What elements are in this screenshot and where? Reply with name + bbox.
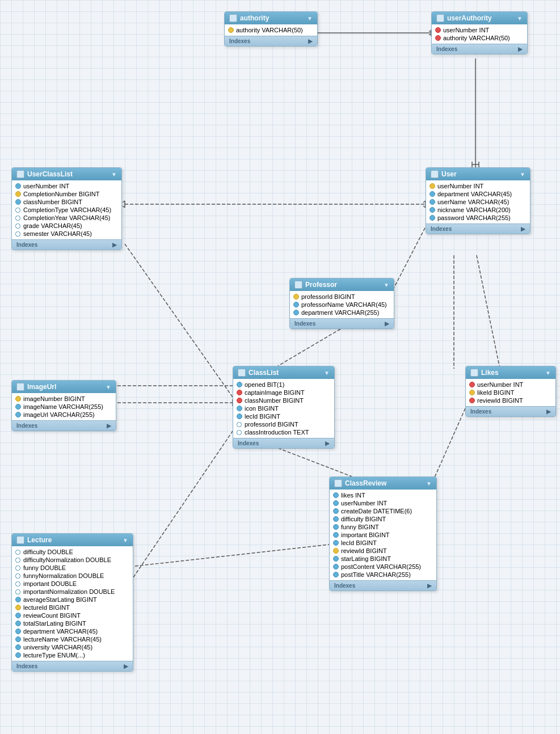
regular-icon bbox=[15, 412, 21, 417]
indexes-label: Indexes bbox=[16, 423, 37, 429]
diamond-icon bbox=[14, 556, 22, 564]
indexes-chevron: ▶ bbox=[112, 242, 117, 248]
table-row: postContent VARCHAR(255) bbox=[330, 563, 436, 571]
table-header-authority: authority ▼ bbox=[225, 12, 317, 24]
regular-icon bbox=[15, 628, 21, 634]
regular-icon bbox=[333, 564, 339, 570]
fk-icon bbox=[469, 382, 475, 387]
table-icon-lecture bbox=[16, 536, 24, 544]
table-title-class-review: ClassReview bbox=[345, 479, 426, 487]
table-user-authority: userAuthority ▼ userNumber INT authority… bbox=[431, 11, 528, 54]
table-title-lecture: Lecture bbox=[27, 536, 123, 544]
fk-icon bbox=[469, 398, 475, 403]
svg-line-17 bbox=[477, 255, 499, 366]
field-text: likeId BIGINT bbox=[477, 389, 514, 396]
table-row: CompletionNumber BIGINT bbox=[12, 190, 121, 198]
table-indexes-class-review[interactable]: Indexes ▶ bbox=[330, 580, 436, 590]
table-body-lecture: difficulty DOUBLE difficultyNormalizatio… bbox=[12, 546, 133, 661]
table-header-user-authority: userAuthority ▼ bbox=[432, 12, 527, 24]
table-likes: Likes ▼ userNumber INT likeId BIGINT rev… bbox=[465, 366, 556, 417]
chevron-icon-user-class-list[interactable]: ▼ bbox=[111, 171, 117, 178]
table-icon-image-url bbox=[16, 383, 24, 391]
table-body-class-list: opened BIT(1) captainImage BIGINT classN… bbox=[233, 379, 334, 438]
table-row: totalStarLating BIGINT bbox=[12, 619, 133, 627]
table-row: userName VARCHAR(45) bbox=[426, 198, 530, 206]
table-header-class-list: ClassList ▼ bbox=[233, 366, 334, 379]
table-indexes-user-authority[interactable]: Indexes ▶ bbox=[432, 44, 527, 54]
chevron-icon-user[interactable]: ▼ bbox=[520, 171, 525, 178]
table-row: university VARCHAR(45) bbox=[12, 643, 133, 651]
field-text: reviewCount BIGINT bbox=[23, 612, 81, 619]
diamond-icon bbox=[235, 421, 243, 428]
table-row: lectureType ENUM(...) bbox=[12, 651, 133, 659]
table-indexes-user[interactable]: Indexes ▶ bbox=[426, 223, 530, 234]
table-icon-user-class-list bbox=[16, 170, 24, 178]
table-row: nickname VARCHAR(200) bbox=[426, 206, 530, 214]
field-text: semester VARCHAR(45) bbox=[23, 230, 92, 237]
field-text: authority VARCHAR(50) bbox=[236, 27, 303, 33]
regular-icon bbox=[430, 199, 435, 205]
chevron-icon-lecture[interactable]: ▼ bbox=[123, 537, 128, 543]
table-row: userNumber INT bbox=[466, 381, 555, 389]
table-row: department VARCHAR(45) bbox=[12, 627, 133, 635]
svg-line-26 bbox=[125, 545, 329, 567]
regular-icon bbox=[237, 406, 242, 411]
table-class-review: ClassReview ▼ likes INT userNumber INT c… bbox=[329, 476, 437, 591]
table-indexes-class-list[interactable]: Indexes ▶ bbox=[233, 438, 334, 448]
regular-icon bbox=[237, 382, 242, 387]
table-indexes-image-url[interactable]: Indexes ▶ bbox=[12, 420, 116, 431]
table-row: userNumber INT bbox=[12, 182, 121, 190]
chevron-icon-user-authority[interactable]: ▼ bbox=[517, 15, 523, 22]
table-indexes-lecture[interactable]: Indexes ▶ bbox=[12, 661, 133, 671]
regular-icon bbox=[333, 508, 339, 514]
diamond-icon bbox=[14, 214, 22, 222]
field-text: averageStarLating BIGINT bbox=[23, 596, 97, 603]
table-icon-user bbox=[431, 170, 439, 178]
diamond-icon bbox=[14, 206, 22, 214]
field-text: classIntroduction TEXT bbox=[245, 429, 309, 436]
table-row: reviewId BIGINT bbox=[466, 396, 555, 404]
table-body-user-authority: userNumber INT authority VARCHAR(50) bbox=[432, 24, 527, 44]
field-text: postContent VARCHAR(255) bbox=[341, 563, 421, 570]
table-row: CompletionType VARCHAR(45) bbox=[12, 206, 121, 214]
chevron-icon-class-list[interactable]: ▼ bbox=[324, 370, 330, 376]
table-indexes-likes[interactable]: Indexes ▶ bbox=[466, 406, 555, 416]
table-row: CompletionYear VARCHAR(45) bbox=[12, 214, 121, 222]
pk-icon bbox=[228, 27, 234, 33]
table-user-class-list: UserClassList ▼ userNumber INT Completio… bbox=[11, 167, 122, 250]
table-icon-class-list bbox=[238, 369, 246, 377]
table-header-user: User ▼ bbox=[426, 168, 530, 180]
table-title-user-authority: userAuthority bbox=[447, 14, 517, 22]
table-row: imageUrl VARCHAR(255) bbox=[12, 411, 116, 419]
table-row: averageStarLating BIGINT bbox=[12, 596, 133, 604]
table-title-user-class-list: UserClassList bbox=[27, 170, 111, 178]
table-lecture: Lecture ▼ difficulty DOUBLE difficultyNo… bbox=[11, 533, 133, 672]
table-indexes-professor[interactable]: Indexes ▶ bbox=[290, 318, 394, 328]
chevron-icon-class-review[interactable]: ▼ bbox=[426, 480, 432, 487]
diamond-icon bbox=[14, 580, 22, 588]
table-body-authority: authority VARCHAR(50) bbox=[225, 24, 317, 36]
field-text: difficulty DOUBLE bbox=[23, 549, 73, 555]
field-text: classNumber BIGINT bbox=[245, 397, 304, 404]
field-text: department VARCHAR(255) bbox=[301, 309, 379, 316]
table-indexes-authority[interactable]: Indexes ▶ bbox=[225, 36, 317, 46]
indexes-chevron: ▶ bbox=[546, 408, 551, 415]
table-row: professorName VARCHAR(45) bbox=[290, 301, 394, 309]
chevron-icon-authority[interactable]: ▼ bbox=[307, 15, 313, 22]
chevron-icon-image-url[interactable]: ▼ bbox=[106, 384, 111, 390]
table-row: userNumber INT bbox=[330, 499, 436, 507]
indexes-label: Indexes bbox=[294, 320, 315, 327]
table-indexes-user-class-list[interactable]: Indexes ▶ bbox=[12, 239, 121, 250]
table-title-image-url: ImageUrl bbox=[27, 383, 106, 391]
table-header-image-url: ImageUrl ▼ bbox=[12, 381, 116, 393]
field-text: createDate DATETIME(6) bbox=[341, 508, 412, 514]
table-row: difficulty BIGINT bbox=[330, 515, 436, 523]
table-row: difficulty DOUBLE bbox=[12, 548, 133, 556]
chevron-icon-professor[interactable]: ▼ bbox=[384, 282, 389, 288]
chevron-icon-likes[interactable]: ▼ bbox=[545, 370, 551, 376]
field-text: classNumber BIGINT bbox=[23, 199, 82, 205]
table-row: imageName VARCHAR(255) bbox=[12, 403, 116, 411]
table-title-user: User bbox=[441, 170, 520, 178]
table-icon-likes bbox=[470, 369, 478, 377]
table-icon-professor bbox=[294, 281, 302, 289]
